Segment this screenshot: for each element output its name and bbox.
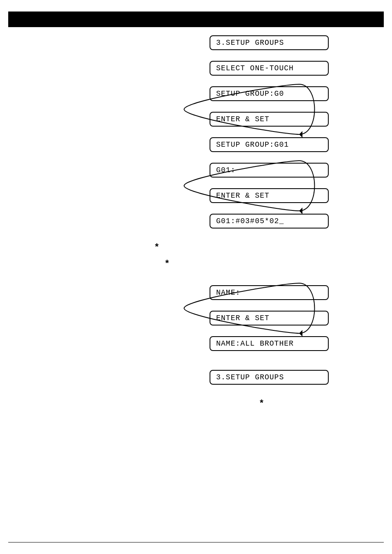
svg-marker-2	[299, 330, 302, 337]
star-3: *	[259, 399, 264, 409]
svg-marker-0	[299, 131, 302, 138]
setup-groups-1: 3.SETUP GROUPS	[210, 35, 329, 50]
bracket-arrow-2	[176, 279, 324, 350]
select-one-touch: SELECT ONE-TOUCH	[210, 61, 329, 76]
bracket-arrow-1	[176, 157, 324, 227]
header-bar	[8, 12, 384, 27]
setup-groups-2: 3.SETUP GROUPS	[210, 370, 329, 385]
bottom-divider	[8, 542, 384, 542]
svg-marker-1	[299, 208, 302, 214]
star-1: *	[154, 242, 159, 253]
star-2: *	[164, 259, 170, 269]
bracket-arrow-0	[176, 80, 324, 151]
